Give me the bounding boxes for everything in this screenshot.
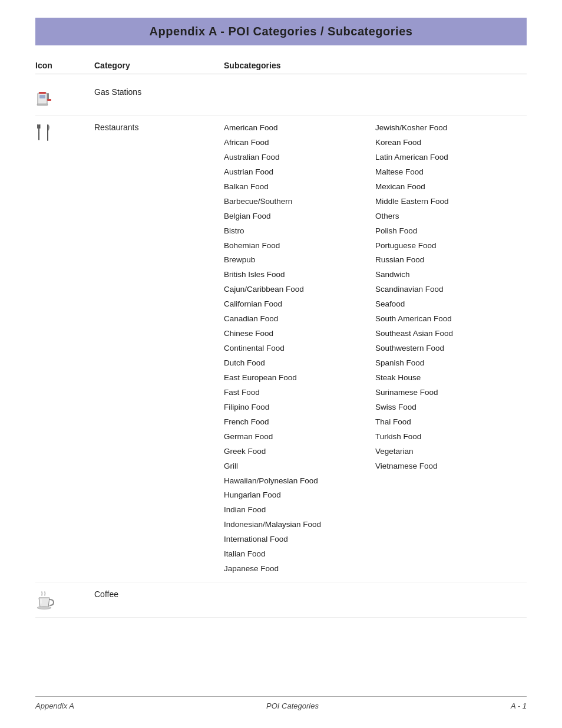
footer-left: Appendix A <box>35 701 74 710</box>
list-item: Chinese Food <box>224 327 375 341</box>
svg-rect-4 <box>47 99 51 101</box>
category-restaurant: Restaurants <box>94 121 224 132</box>
list-item: East European Food <box>224 371 375 385</box>
list-item: Hungarian Food <box>224 489 375 502</box>
list-item: Italian Food <box>224 548 375 561</box>
list-item: Filipino Food <box>224 401 375 414</box>
footer-right: A - 1 <box>511 701 527 710</box>
title-bar: Appendix A - POI Categories / Subcategor… <box>35 18 527 45</box>
list-item: Russian Food <box>375 253 527 267</box>
coffee-icon <box>35 589 55 611</box>
list-item: Californian Food <box>224 298 375 311</box>
list-item: Vietnamese Food <box>375 460 527 473</box>
list-item: Japanese Food <box>224 562 375 576</box>
subcat-col-2: Jewish/Kosher FoodKorean FoodLatin Ameri… <box>375 121 527 576</box>
category-gas: Gas Stations <box>94 86 224 97</box>
list-item: Jewish/Kosher Food <box>375 121 527 135</box>
svg-rect-7 <box>37 124 38 129</box>
list-item: Turkish Food <box>375 430 527 444</box>
list-item: Australian Food <box>224 151 375 164</box>
header-icon: Icon <box>35 61 94 70</box>
list-item: Portuguese Food <box>375 239 527 253</box>
page-title: Appendix A - POI Categories / Subcategor… <box>47 25 515 38</box>
list-item: Seafood <box>375 298 527 311</box>
list-item: Steak House <box>375 371 527 385</box>
svg-rect-5 <box>39 92 46 94</box>
list-item: International Food <box>224 533 375 546</box>
list-item: Maltese Food <box>375 166 527 179</box>
list-item: Middle Eastern Food <box>375 195 527 209</box>
list-item: Greek Food <box>224 445 375 459</box>
list-item: Fast Food <box>224 386 375 400</box>
icon-cell-coffee <box>35 588 94 611</box>
category-coffee: Coffee <box>94 588 224 599</box>
table-header: Icon Category Subcategories <box>35 57 527 74</box>
list-item: Hawaiian/Polynesian Food <box>224 475 375 488</box>
svg-rect-2 <box>37 104 48 106</box>
list-item: Spanish Food <box>375 357 527 370</box>
svg-rect-1 <box>39 95 45 98</box>
list-item: Balkan Food <box>224 180 375 194</box>
list-item: German Food <box>224 430 375 444</box>
page-wrapper: Appendix A - POI Categories / Subcategor… <box>0 0 562 728</box>
subcategories-restaurants: American FoodAfrican FoodAustralian Food… <box>224 121 527 576</box>
footer: Appendix A POI Categories A - 1 <box>35 696 527 710</box>
list-item: Thai Food <box>375 416 527 429</box>
list-item: Southwestern Food <box>375 342 527 355</box>
list-item: Swiss Food <box>375 401 527 414</box>
footer-center: POI Categories <box>266 701 319 710</box>
svg-rect-9 <box>38 131 39 140</box>
table-row-coffee: Coffee <box>35 582 527 618</box>
header-category: Category <box>94 61 224 70</box>
gas-station-icon <box>35 87 55 109</box>
list-item: Scandinavian Food <box>375 283 527 297</box>
icon-cell-gas <box>35 86 94 109</box>
list-item: Mexican Food <box>375 180 527 194</box>
svg-rect-8 <box>39 124 41 129</box>
list-item: Indian Food <box>224 503 375 517</box>
icon-cell-restaurant <box>35 121 94 144</box>
list-item: Belgian Food <box>224 210 375 223</box>
restaurant-icon <box>35 123 53 144</box>
list-item: Brewpub <box>224 253 375 267</box>
list-item: Austrian Food <box>224 166 375 179</box>
svg-rect-10 <box>47 124 48 141</box>
list-item: Polish Food <box>375 225 527 238</box>
table-row-restaurants: Restaurants American FoodAfrican FoodAus… <box>35 116 527 582</box>
svg-rect-6 <box>38 124 39 131</box>
list-item: Vegetarian <box>375 445 527 459</box>
list-item: Dutch Food <box>224 357 375 370</box>
list-item: Latin American Food <box>375 151 527 164</box>
subcat-col-1: American FoodAfrican FoodAustralian Food… <box>224 121 375 576</box>
table-row-gas: Gas Stations <box>35 80 527 116</box>
list-item: Others <box>375 210 527 223</box>
svg-rect-12 <box>40 599 42 604</box>
list-item: African Food <box>224 136 375 150</box>
list-item: Grill <box>224 460 375 473</box>
list-item: Surinamese Food <box>375 386 527 400</box>
list-item: American Food <box>224 121 375 135</box>
list-item: Southeast Asian Food <box>375 327 527 341</box>
list-item: Sandwich <box>375 268 527 282</box>
list-item: Continental Food <box>224 342 375 355</box>
svg-point-11 <box>37 607 51 610</box>
list-item: South American Food <box>375 312 527 326</box>
list-item: Bohemian Food <box>224 239 375 253</box>
list-item: Korean Food <box>375 136 527 150</box>
header-subcategories: Subcategories <box>224 61 527 70</box>
list-item: French Food <box>224 416 375 429</box>
list-item: Barbecue/Southern <box>224 195 375 209</box>
list-item: Bistro <box>224 225 375 238</box>
list-item: Cajun/Caribbean Food <box>224 283 375 297</box>
list-item: Indonesian/Malaysian Food <box>224 518 375 532</box>
list-item: Canadian Food <box>224 312 375 326</box>
list-item: British Isles Food <box>224 268 375 282</box>
